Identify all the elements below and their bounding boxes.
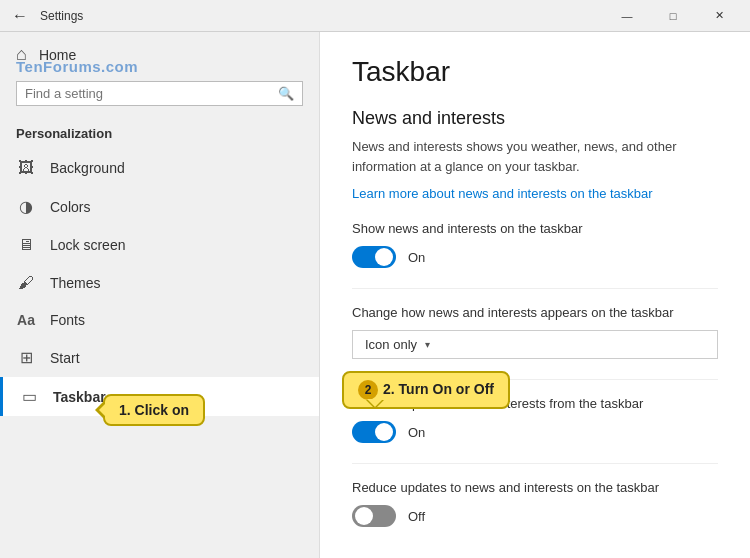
sidebar-section-label: Personalization xyxy=(0,118,319,149)
appearance-dropdown[interactable]: Icon only ▾ xyxy=(352,330,718,359)
window-controls: — □ ✕ xyxy=(604,0,742,32)
reduce-updates-toggle-row: Off xyxy=(352,505,718,527)
hover-open-state: On xyxy=(408,425,425,440)
lock-screen-icon: 🖥 xyxy=(16,236,36,254)
fonts-icon: Aa xyxy=(16,312,36,328)
show-news-state: On xyxy=(408,250,425,265)
sidebar-item-label: Colors xyxy=(50,199,90,215)
sidebar-item-label: Themes xyxy=(50,275,101,291)
sidebar-item-fonts[interactable]: Aa Fonts xyxy=(0,302,319,338)
setting-hover-open: Hover to open news and interests from th… xyxy=(352,396,718,443)
sidebar-item-background[interactable]: 🖼 Background xyxy=(0,149,319,187)
sidebar-item-label: Start xyxy=(50,350,80,366)
toggle-thumb xyxy=(375,423,393,441)
taskbar-icon: ▭ xyxy=(19,387,39,406)
callout-arrow-inner xyxy=(367,399,383,415)
titlebar: ← Settings — □ ✕ xyxy=(0,0,750,32)
back-button[interactable]: ← xyxy=(8,4,32,28)
sidebar-item-label: Fonts xyxy=(50,312,85,328)
minimize-button[interactable]: — xyxy=(604,0,650,32)
reduce-updates-toggle[interactable] xyxy=(352,505,396,527)
home-icon: ⌂ xyxy=(16,44,27,65)
sidebar-item-colors[interactable]: ◑ Colors xyxy=(0,187,319,226)
home-nav-item[interactable]: ⌂ Home xyxy=(0,32,319,77)
sidebar-item-themes[interactable]: 🖌 Themes xyxy=(0,264,319,302)
callout-turn-on-off: 22. Turn On or Off xyxy=(342,371,510,409)
search-box[interactable]: 🔍 xyxy=(16,81,303,106)
chevron-down-icon: ▾ xyxy=(425,339,430,350)
show-news-toggle-row: On xyxy=(352,246,718,268)
setting-reduce-updates: Reduce updates to news and interests on … xyxy=(352,480,718,527)
hover-open-toggle[interactable] xyxy=(352,421,396,443)
start-icon: ⊞ xyxy=(16,348,36,367)
divider-1 xyxy=(352,288,718,289)
sidebar-item-label: Lock screen xyxy=(50,237,125,253)
background-icon: 🖼 xyxy=(16,159,36,177)
toggle-thumb xyxy=(375,248,393,266)
search-input[interactable] xyxy=(25,86,272,101)
reduce-updates-label: Reduce updates to news and interests on … xyxy=(352,480,718,495)
show-news-label: Show news and interests on the taskbar xyxy=(352,221,718,236)
main-layout: TenForums.com ⌂ Home 🔍 Personalization 🖼… xyxy=(0,32,750,558)
sidebar-item-label: Background xyxy=(50,160,125,176)
reduce-updates-state: Off xyxy=(408,509,425,524)
setting-show-news: Show news and interests on the taskbar O… xyxy=(352,221,718,268)
sidebar-item-taskbar[interactable]: ▭ Taskbar 1. Click on xyxy=(0,377,319,416)
learn-more-link[interactable]: Learn more about news and interests on t… xyxy=(352,186,718,201)
home-label: Home xyxy=(39,47,76,63)
maximize-button[interactable]: □ xyxy=(650,0,696,32)
section-title: News and interests xyxy=(352,108,718,129)
sidebar-item-lock-screen[interactable]: 🖥 Lock screen xyxy=(0,226,319,264)
setting-change-how: Change how news and interests appears on… xyxy=(352,305,718,359)
section-desc: News and interests shows you weather, ne… xyxy=(352,137,718,176)
divider-3 xyxy=(352,463,718,464)
search-icon: 🔍 xyxy=(278,86,294,101)
page-title: Taskbar xyxy=(352,56,718,88)
close-button[interactable]: ✕ xyxy=(696,0,742,32)
toggle-thumb xyxy=(355,507,373,525)
content-area: Taskbar News and interests News and inte… xyxy=(320,32,750,558)
change-how-label: Change how news and interests appears on… xyxy=(352,305,718,320)
callout-number-badge: 2 xyxy=(358,380,378,400)
colors-icon: ◑ xyxy=(16,197,36,216)
titlebar-title: Settings xyxy=(40,9,83,23)
dropdown-value: Icon only xyxy=(365,337,417,352)
hover-open-toggle-row: On 22. Turn On or Off xyxy=(352,421,718,443)
themes-icon: 🖌 xyxy=(16,274,36,292)
callout-click-on: 1. Click on xyxy=(103,394,205,426)
sidebar: TenForums.com ⌂ Home 🔍 Personalization 🖼… xyxy=(0,32,320,558)
sidebar-item-start[interactable]: ⊞ Start xyxy=(0,338,319,377)
show-news-toggle[interactable] xyxy=(352,246,396,268)
